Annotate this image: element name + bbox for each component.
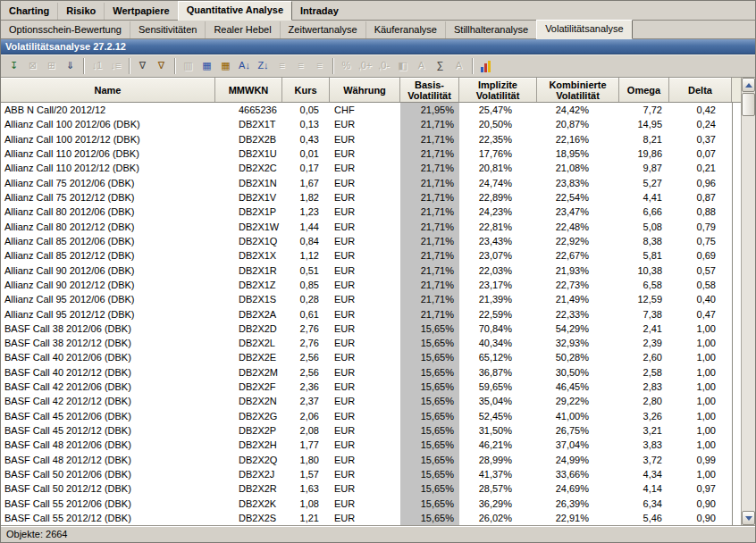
subtab-stillhalteranalyse[interactable]: Stillhalteranalyse [445,21,536,38]
subtab-sensitivitäten[interactable]: Sensitivitäten [130,21,205,38]
tab-risiko[interactable]: Risiko [57,3,104,20]
table-row[interactable]: BASF Call 40 2012/06 (DBK)DB2X2E2,56EUR1… [1,350,741,364]
table-row[interactable]: ABB N Call/20 2012/1246652360,05CHF21,95… [1,103,741,117]
table-row[interactable]: BASF Call 38 2012/12 (DBK)DB2X2L2,76EUR1… [1,336,741,350]
table-row[interactable]: BASF Call 50 2012/12 (DBK)DB2X2R1,63EUR1… [1,481,741,496]
table-row[interactable]: Allianz Call 80 2012/06 (DBK)DB2X1P1,23E… [1,205,741,219]
cell-implizite: 22,59% [459,306,537,321]
cell-kurs: 0,05 [282,103,330,117]
subtab-zeitwertanalyse[interactable]: Zeitwertanalyse [280,21,365,38]
table-row[interactable]: Allianz Call 75 2012/06 (DBK)DB2X1N1,67E… [1,176,741,190]
subtab-optionsschein-bewertung[interactable]: Optionsschein-Bewertung [1,21,130,38]
cell-basis: 15,65% [400,322,459,336]
cell-name: BASF Call 38 2012/06 (DBK) [1,322,215,336]
cell-omega: 7,38 [619,306,669,321]
table-row[interactable]: Allianz Call 75 2012/12 (DBK)DB2X1V1,82E… [1,190,741,205]
scrollbar-thumb[interactable] [742,93,755,116]
cell-omega: 9,87 [619,161,669,175]
tab-quantitative-analyse[interactable]: Quantitative Analyse [178,1,292,21]
subtab-volatilitätsanalyse[interactable]: Volatilitätsanalyse [536,20,632,39]
column-header-kurs[interactable]: Kurs [282,78,330,102]
cell-kombinierte: 26,75% [537,423,619,438]
chart-icon[interactable] [477,57,494,75]
table-row[interactable]: Allianz Call 85 2012/06 (DBK)DB2X1Q0,84E… [1,234,741,248]
scroll-down-button[interactable] [742,511,755,525]
table-row[interactable]: Allianz Call 100 2012/12 (DBK)DB2X2B0,43… [1,132,741,146]
table-row[interactable]: Allianz Call 85 2012/12 (DBK)DB2X1X1,12E… [1,248,741,263]
export-icon[interactable]: ⇓ [62,57,79,75]
cell-name: Allianz Call 75 2012/06 (DBK) [1,176,215,190]
table-row[interactable]: Allianz Call 110 2012/12 (DBK)DB2X2C0,17… [1,161,741,175]
table-row[interactable]: BASF Call 48 2012/12 (DBK)DB2X2Q1,80EUR1… [1,453,741,467]
table-row[interactable]: Allianz Call 110 2012/06 (DBK)DB2X1U0,01… [1,146,741,161]
cell-basis: 21,71% [400,234,459,248]
table-row[interactable]: BASF Call 42 2012/12 (DBK)DB2X2N2,37EUR1… [1,394,741,408]
scrollbar-track[interactable] [742,116,755,511]
cell-omega: 8,38 [619,234,669,248]
table-row[interactable]: Allianz Call 100 2012/06 (DBK)DB2X1T0,13… [1,117,741,131]
cell-kurs: 2,08 [282,423,330,438]
table-row[interactable]: BASF Call 48 2012/06 (DBK)DB2X2H1,77EUR1… [1,438,741,452]
table-row[interactable]: Allianz Call 95 2012/06 (DBK)DB2X1S0,28E… [1,292,741,306]
cell-mmwkn: DB2X2J [215,467,282,481]
cell-omega: 3,83 [619,438,669,452]
cell-basis: 15,65% [400,496,459,510]
column-header-omega[interactable]: Omega [619,78,669,102]
scroll-up-button[interactable] [742,78,755,92]
column-header-delta[interactable]: Delta [669,78,732,102]
column-header-mmwkn[interactable]: MMWKN [215,78,282,102]
table-row[interactable]: BASF Call 55 2012/06 (DBK)DB2X2K1,08EUR1… [1,496,741,510]
cell-waehrung: EUR [330,496,400,510]
column-header-basis[interactable]: Basis- Volatilität [400,78,459,102]
cell-mmwkn: DB2X2S [215,511,282,525]
sort-desc-icon[interactable]: Z↓ [255,57,272,75]
cell-mmwkn: DB2X2F [215,380,282,394]
cell-implizite: 21,39% [459,292,537,306]
cell-omega: 2,60 [619,350,669,364]
table-row[interactable]: BASF Call 38 2012/06 (DBK)DB2X2D2,76EUR1… [1,322,741,336]
tab-intraday[interactable]: Intraday [292,3,347,20]
tab-charting[interactable]: Charting [1,3,57,20]
window-icon: ⊠ [24,57,41,75]
column-header-waehrung[interactable]: Währung [330,78,400,102]
vertical-scrollbar[interactable] [741,78,755,525]
cell-name: Allianz Call 95 2012/06 (DBK) [1,292,215,306]
table-row[interactable]: Allianz Call 95 2012/12 (DBK)DB2X2A0,61E… [1,306,741,321]
cell-delta: 0,90 [669,511,732,525]
cell-name: BASF Call 55 2012/06 (DBK) [1,496,215,510]
subtab-realer-hebel[interactable]: Realer Hebel [205,21,279,38]
table-select-icon[interactable]: ▦ [217,57,234,75]
cell-kombinierte: 22,33% [537,306,619,321]
table-row[interactable]: BASF Call 45 2012/12 (DBK)DB2X2P2,08EUR1… [1,423,741,438]
toolbar-separator [83,58,84,74]
cell-name: BASF Call 42 2012/12 (DBK) [1,394,215,408]
toolbar-separator [129,58,130,74]
table-icon[interactable]: ▦ [198,57,215,75]
table-row[interactable]: Allianz Call 90 2012/12 (DBK)DB2X1Z0,85E… [1,278,741,292]
table-row[interactable]: BASF Call 45 2012/06 (DBK)DB2X2G2,06EUR1… [1,409,741,423]
cell-delta: 0,42 [669,103,732,117]
cell-kombinierte: 22,73% [537,278,619,292]
table-row[interactable]: BASF Call 50 2012/06 (DBK)DB2X2J1,57EUR1… [1,467,741,481]
cell-mmwkn: DB2X1Q [215,234,282,248]
cell-name: Allianz Call 95 2012/12 (DBK) [1,306,215,321]
cell-name: Allianz Call 85 2012/06 (DBK) [1,234,215,248]
filter-icon[interactable]: ∇ [153,57,170,75]
column-header-implizite[interactable]: Implizite Volatilität [459,78,537,102]
column-header-name[interactable]: Name [1,78,215,102]
import-icon[interactable]: ↧ [5,57,22,75]
tab-wertpapiere[interactable]: Wertpapiere [104,3,177,20]
table-row[interactable]: BASF Call 42 2012/06 (DBK)DB2X2F2,36EUR1… [1,380,741,394]
filter-edit-icon[interactable]: ∇ [134,57,151,75]
subtab-käuferanalyse[interactable]: Käuferanalyse [365,21,445,38]
table-row[interactable]: BASF Call 55 2012/12 (DBK)DB2X2S1,21EUR1… [1,511,741,525]
cell-omega: 3,26 [619,409,669,423]
column-header-kombinierte[interactable]: Kombinierte Volatilität [537,78,619,102]
cell-delta: 0,47 [669,306,732,321]
table-row[interactable]: Allianz Call 90 2012/06 (DBK)DB2X1R0,51E… [1,263,741,277]
cell-implizite: 23,17% [459,278,537,292]
table-row[interactable]: BASF Call 40 2012/12 (DBK)DB2X2M2,56EUR1… [1,365,741,380]
sort-asc-icon[interactable]: A↓ [236,57,253,75]
sum-icon[interactable]: ∑ [432,57,449,75]
table-row[interactable]: Allianz Call 80 2012/12 (DBK)DB2X1W1,44E… [1,220,741,234]
